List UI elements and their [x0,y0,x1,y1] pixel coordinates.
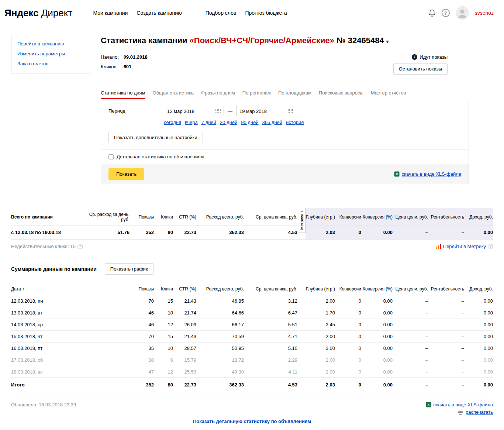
top-bar: Яндекс Директ Мои кампании Создать кампа… [0,0,504,26]
clicks-value: 601 [124,64,132,69]
daily-value-cell: 4.71 [244,331,297,343]
date-to-input[interactable]: 19 мар 2018 [236,106,296,116]
sidebar-item-go-to-campaign[interactable]: Перейти в кампанию [17,41,85,47]
quick-link-today[interactable]: сегодня [164,120,181,125]
summary-heading-row: Суммарные данные по кампании Показать гр… [11,263,493,275]
totals-cell: 362.33 [196,226,244,240]
start-date-value: 09.01.2018 [124,54,148,60]
daily-total-cell: 80 [154,378,173,392]
quick-link-90-days[interactable]: 90 дней [241,120,258,125]
sort-goal-cost-link[interactable]: Цена цели, руб. [396,286,428,292]
tab-stats-by-day[interactable]: Статистика по дням [101,90,145,99]
xls-download-link[interactable]: скачать в виде XLS-файла [402,171,462,177]
show-button[interactable]: Показать [108,168,144,180]
daily-value-cell: 2.29 [244,354,297,366]
sort-depth-link[interactable]: Глубина (стр.) [306,286,335,292]
go-to-metrika-link[interactable]: Перейти в Метрику [443,244,486,249]
xls-download-link[interactable]: скачать в виде XLS-файла [434,402,493,407]
sort-date-link[interactable]: Дата ↑ [11,286,24,292]
detail-stats-checkbox-label: Детальная статистика по объявлениям [117,154,204,159]
username[interactable]: svserioz [475,10,494,16]
detail-stats-checkbox[interactable] [108,154,114,159]
metrika-vertical-tab[interactable]: » Метрика [298,208,305,233]
sort-conversions-link[interactable]: Конверсии [339,286,361,292]
svg-text:X: X [396,172,398,176]
daily-row: 14.03.2018, ср461226.0966.175.512.4500.0… [11,319,493,331]
daily-value-cell: 2.00 [297,295,335,307]
sort-conversion-rate-link[interactable]: Конверсия (%) [363,286,393,292]
daily-value-cell: 10 [154,307,173,319]
nav-create-campaign[interactable]: Создать кампанию [137,10,182,16]
sort-clicks-link[interactable]: Клики [161,286,173,292]
daily-value-cell: 70.59 [196,331,244,343]
stop-impressions-button[interactable]: Остановить показы [393,63,448,75]
sidebar-item-order-reports[interactable]: Заказ отчетов [17,61,85,66]
daily-value-cell: – [393,331,428,343]
help-icon[interactable]: ? [442,9,450,17]
daily-row: 16.03.2018, пт351028.5750.955.102.0000.0… [11,343,493,354]
nav-budget-forecast[interactable]: Прогноз бюджета [245,10,287,16]
quick-link-7-days[interactable]: 7 дней [201,120,216,125]
daily-value-cell: – [393,307,428,319]
daily-date-cell: 15.03.2018, чт [11,331,130,343]
start-date-line: Начало: 09.01.2018 [101,54,148,60]
date-from-input[interactable]: 12 мар 2018 [164,106,224,116]
tab-by-placement[interactable]: По площадкам [278,90,311,99]
sort-profitability-link[interactable]: Рентабельность [431,286,464,292]
daily-date-cell: 13.03.2018, вт [11,307,130,319]
daily-total-row: Итого 352 80 22.73 362.33 4.53 2.03 0 0.… [11,378,493,392]
campaign-totals-section: Всего по кампании Ср. расход за день, ру… [11,208,493,240]
show-chart-button[interactable]: Показать график [105,263,153,275]
quick-link-30-days[interactable]: 30 дней [220,120,237,125]
show-detail-stats-link[interactable]: Показать детальную статистику по объявле… [193,419,311,424]
sort-total-spend-link[interactable]: Расход всего, руб. [206,286,244,292]
tab-general-stats[interactable]: Общая статистика [153,90,194,99]
quick-link-365-days[interactable]: 365 дней [262,120,283,125]
page-title: Статистика кампании «Поиск/ВЧ+СЧ/Горячие… [101,35,469,47]
print-link[interactable]: распечатать [466,409,493,415]
totals-cell: 80 [154,226,173,240]
notifications-bell-icon[interactable] [428,9,436,17]
daily-total-cell: 22.73 [173,378,196,392]
metrika-help-icon[interactable]: ? [488,244,493,249]
quick-link-yesterday[interactable]: вчера [185,120,198,125]
invalid-clicks-help-icon[interactable]: ? [77,244,83,249]
advanced-settings-button[interactable]: Показать дополнительные настройки [108,132,203,143]
tab-search-queries[interactable]: Поисковые запросы [319,90,363,99]
sort-ctr-link[interactable]: CTR (%) [179,286,196,292]
updated-row: Обновлено: 18.03.2018 23:39 X скачать в … [11,402,493,415]
daily-value-cell: 46 [130,307,154,319]
tab-phrases-by-day[interactable]: Фразы по дням [201,90,235,99]
daily-value-cell: 70 [130,295,154,307]
col-header-revenue: Доход, руб. [464,208,493,226]
totals-cell: 352 [130,226,154,240]
campaign-dropdown-caret-icon[interactable]: ▾ [386,39,389,44]
metrika-bars-icon [436,244,441,249]
sort-avg-cpc-link[interactable]: Ср. цена клика, руб. [256,286,297,292]
sort-impressions-link[interactable]: Показы [139,286,154,292]
col-header-depth: Глубина (стр.) [305,208,335,226]
yandex-direct-logo[interactable]: Яндекс Директ [4,7,72,19]
nav-keyword-selection[interactable]: Подбор слов [206,10,237,16]
daily-value-cell: – [393,343,428,354]
daily-total-cell: – [393,378,428,392]
daily-value-cell: 28.57 [173,343,196,354]
daily-value-cell: – [428,307,464,319]
totals-cell: 2.03 [305,226,335,240]
sidebar-item-edit-parameters[interactable]: Изменить параметры [17,51,85,56]
sort-revenue-link[interactable]: Доход, руб. [469,286,493,292]
daily-value-cell: 46 [130,319,154,331]
tab-report-wizard[interactable]: Мастер отчётов [371,90,406,99]
totals-data-row: с 12.03.18 по 19.03.18 51.76 352 80 22.7… [11,226,493,240]
sort-arrow-icon: ↑ [22,286,24,292]
quick-link-history[interactable]: история [286,120,304,125]
totals-cell: – [428,226,464,240]
nav-my-campaigns[interactable]: Мои кампании [93,10,128,16]
avatar[interactable] [456,6,469,20]
col-header-impressions: Показы [130,208,154,226]
daily-date-cell: 16.03.2018, пт [11,343,130,354]
tab-by-region[interactable]: По регионам [242,90,271,99]
col-header-avg-cpc: Ср. цена клика, руб. [244,208,297,226]
daily-value-cell: 2.00 [297,354,335,366]
status-block: i Идут показы Остановить показы [393,54,448,75]
